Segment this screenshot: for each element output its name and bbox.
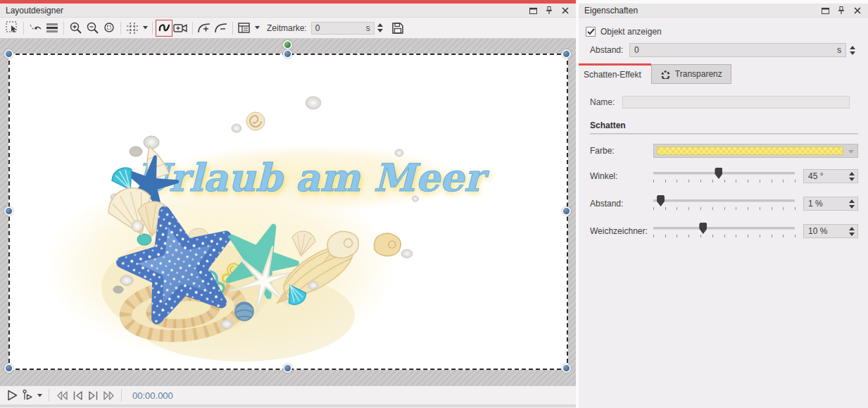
pin-icon[interactable] <box>836 6 846 16</box>
weichzeichner-slider[interactable] <box>653 222 795 240</box>
shadow-color-swatch <box>657 147 843 155</box>
abstand-shadow-label: Abstand: <box>590 199 653 209</box>
resize-handle-ne[interactable] <box>562 49 571 58</box>
play-options-caret-icon[interactable] <box>35 387 44 404</box>
name-input[interactable] <box>622 96 850 109</box>
zeitmarke-input[interactable]: 0 s <box>311 22 375 35</box>
layoutdesigner-panel: Layoutdesigner <box>0 0 576 408</box>
path-tool-icon[interactable] <box>156 20 172 37</box>
playback-bar: 00:00.000 <box>0 385 576 404</box>
abstand-value: 0 <box>634 45 837 55</box>
keyframe-remove-icon[interactable] <box>213 20 229 37</box>
storyboard-dropdown-caret-icon[interactable] <box>253 20 261 37</box>
checkmark-icon <box>587 28 595 35</box>
canvas-artwork: Urlaub am Meer Urlaub am Meer <box>10 55 567 369</box>
resize-handle-se[interactable] <box>562 364 571 373</box>
close-icon[interactable] <box>853 6 862 16</box>
winkel-spinner[interactable] <box>845 170 857 183</box>
winkel-value-input[interactable]: 45 ° <box>803 169 858 183</box>
abstand-slider-thumb[interactable] <box>657 195 665 206</box>
zeitmarke-label: Zeitmarke: <box>267 23 307 33</box>
pin-icon[interactable] <box>544 6 554 16</box>
rewind-icon[interactable] <box>54 388 70 403</box>
grid-icon[interactable] <box>124 20 141 37</box>
winkel-label: Winkel: <box>590 171 653 181</box>
layoutdesigner-titlebar: Layoutdesigner <box>0 4 576 18</box>
zeitmarke-value: 0 <box>315 23 366 33</box>
resize-handle-nw[interactable] <box>4 49 13 58</box>
layout-canvas-object[interactable]: Urlaub am Meer Urlaub am Meer <box>8 54 568 370</box>
abstand-slider[interactable] <box>653 194 795 213</box>
effect-tabbar: Schatten-Effekt Transparenz <box>579 63 868 84</box>
transparency-icon <box>660 69 671 79</box>
abstand-top-label: Abstand: <box>590 45 629 55</box>
play-from-marker-icon[interactable] <box>20 388 35 403</box>
objekt-anzeigen-checkbox[interactable] <box>586 27 596 37</box>
resize-handle-s[interactable] <box>283 364 292 373</box>
maximize-icon[interactable] <box>820 6 830 16</box>
skip-start-icon[interactable] <box>70 388 85 403</box>
resize-handle-n[interactable] <box>283 49 292 58</box>
zoom-out-icon[interactable] <box>84 20 101 37</box>
zeitmarke-unit: s <box>366 23 370 33</box>
layoutdesigner-toolbar: Zeitmarke: 0 s <box>0 18 576 39</box>
align-rows-icon[interactable] <box>44 20 61 37</box>
objekt-anzeigen-label: Objekt anzeigen <box>600 27 662 37</box>
weichzeichner-label: Weichzeichner: <box>590 226 653 236</box>
abstand-value-input[interactable]: 1 % <box>803 197 858 211</box>
weichzeichner-slider-thumb[interactable] <box>699 223 707 234</box>
winkel-slider[interactable] <box>653 167 795 185</box>
section-rule <box>590 133 858 135</box>
eigenschaften-title: Eigenschaften <box>584 6 638 16</box>
winkel-slider-thumb[interactable] <box>715 168 722 179</box>
grid-dropdown-caret-icon[interactable] <box>141 20 149 37</box>
abstand-spinner[interactable] <box>846 43 858 57</box>
farbe-color-picker[interactable] <box>653 144 858 158</box>
select-tool-icon[interactable] <box>4 20 20 37</box>
maximize-icon[interactable] <box>528 6 538 16</box>
farbe-label: Farbe: <box>590 146 653 156</box>
resize-handle-sw[interactable] <box>4 364 13 373</box>
eigenschaften-panel: Eigenschaften Objekt anzeigen Abstand: <box>579 0 868 408</box>
save-icon[interactable] <box>389 20 406 37</box>
layout-workarea: Urlaub am Meer Urlaub am Meer <box>0 39 576 385</box>
zoom-in-icon[interactable] <box>67 20 84 37</box>
storyboard-icon[interactable] <box>236 20 253 37</box>
application-window: Layoutdesigner <box>0 0 868 408</box>
farbe-dropdown-caret-icon <box>848 150 854 154</box>
abstand-unit: s <box>837 45 841 55</box>
name-label: Name: <box>590 97 622 107</box>
forward-icon[interactable] <box>101 388 116 403</box>
eigenschaften-titlebar: Eigenschaften <box>579 4 868 18</box>
tab-schatten-effekt[interactable]: Schatten-Effekt <box>579 63 651 84</box>
resize-handle-w[interactable] <box>4 206 13 216</box>
weichzeichner-value-input[interactable]: 10 % <box>803 224 858 238</box>
rotation-handle[interactable] <box>283 40 292 49</box>
close-icon[interactable] <box>560 6 570 16</box>
camera-icon[interactable] <box>172 20 189 37</box>
canvas-caption: Urlaub am Meer <box>136 155 490 200</box>
resize-handle-e[interactable] <box>562 206 571 216</box>
tab-transparenz[interactable]: Transparenz <box>651 64 731 84</box>
zoom-fit-icon[interactable] <box>101 20 118 37</box>
abstand-input[interactable]: 0 s <box>629 43 846 57</box>
curve-smooth-icon[interactable] <box>27 20 44 37</box>
weichzeichner-spinner[interactable] <box>845 225 857 237</box>
schatten-heading: Schatten <box>590 120 858 130</box>
zeitmarke-spinner[interactable] <box>375 21 386 35</box>
layoutdesigner-title: Layoutdesigner <box>6 6 63 16</box>
play-icon[interactable] <box>4 388 20 403</box>
keyframe-add-icon[interactable] <box>196 20 213 37</box>
abstand-shadow-spinner[interactable] <box>845 197 857 210</box>
bottom-strip <box>0 404 576 407</box>
skip-end-icon[interactable] <box>85 388 101 403</box>
playback-time: 00:00.000 <box>132 390 173 401</box>
